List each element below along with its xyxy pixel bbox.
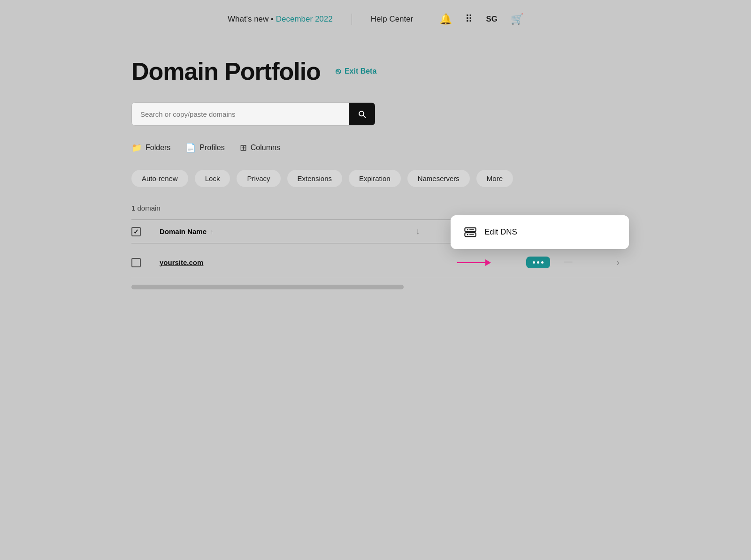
edit-dns-label: Edit DNS [484,227,517,237]
row-col2 [446,259,502,266]
folders-label: Folders [146,144,170,152]
profiles-button[interactable]: 📄 Profiles [185,143,224,153]
edit-dns-menu-item[interactable]: Edit DNS [451,215,629,249]
row-checkbox[interactable] [131,258,141,267]
nav-divider [352,14,352,25]
domain-count: 1 domain [131,204,620,212]
filter-chips: Auto-renew Lock Privacy Extensions Expir… [131,170,620,187]
filter-nameservers[interactable]: Nameservers [407,170,470,187]
columns-label: Columns [251,144,280,152]
filter-extensions[interactable]: Extensions [287,170,342,187]
filter-autorenew[interactable]: Auto-renew [131,170,188,187]
table-row: yoursite.com — › [131,248,620,277]
dot-1 [533,261,535,264]
whats-new-link[interactable]: December 2022 [276,15,333,23]
select-all-checkbox[interactable] [131,227,141,236]
arrow-to-dots [457,259,491,266]
svg-point-3 [467,234,468,235]
exit-beta-label: Exit Beta [345,67,376,76]
page-header: Domain Portfolio ⎋ Exit Beta [131,57,620,85]
search-icon [357,109,367,119]
filter-lock[interactable]: Lock [195,170,230,187]
dot-3 [541,261,544,264]
cart-icon[interactable]: 🛒 [511,13,523,25]
search-button[interactable] [349,103,375,125]
folders-button[interactable]: 📁 Folders [131,143,170,153]
dash-icon: — [564,257,573,268]
bell-icon[interactable]: 🔔 [439,13,452,25]
folder-icon: 📁 [131,143,142,153]
header-checkbox-cell [131,227,160,236]
apps-grid-icon[interactable]: ⠿ [465,13,473,25]
dns-icon [464,226,477,239]
row-checkbox-cell [131,258,160,267]
row-chevron-cell: › [596,257,620,268]
profile-icon: 📄 [185,143,196,153]
row-action-cell: — [502,257,596,268]
domain-name-link[interactable]: yoursite.com [160,258,203,266]
help-center-link[interactable]: Help Center [371,15,414,24]
header-col1: ↓ [390,227,446,236]
dot-2 [537,261,539,264]
page-title: Domain Portfolio [131,57,321,85]
domain-name-column-label: Domain Name [160,227,207,235]
exit-icon: ⎋ [336,67,341,76]
exit-beta-button[interactable]: ⎋ Exit Beta [336,67,376,76]
search-bar [131,102,376,126]
main-content: Domain Portfolio ⎋ Exit Beta 📁 Folders 📄… [94,38,657,308]
row-domain-name-cell: yoursite.com [160,258,390,267]
toolbar: 📁 Folders 📄 Profiles ⊞ Columns [131,143,620,153]
columns-icon: ⊞ [240,143,247,153]
context-menu: Edit DNS [451,215,629,249]
sort-down-icon-1[interactable]: ↓ [416,227,420,236]
user-avatar[interactable]: SG [486,15,498,24]
nav-icons-group: 🔔 ⠿ SG 🛒 [439,13,523,25]
columns-button[interactable]: ⊞ Columns [240,143,280,153]
three-dots-button[interactable] [526,257,550,268]
search-input[interactable] [132,104,349,125]
filter-privacy[interactable]: Privacy [237,170,280,187]
svg-point-2 [467,229,468,230]
top-navigation: What's new • December 2022 Help Center 🔔… [0,0,751,38]
filter-more[interactable]: More [476,170,513,187]
whats-new-text: What's new • December 2022 [228,15,333,24]
filter-expiration[interactable]: Expiration [349,170,401,187]
sort-ascending-icon[interactable]: ↑ [210,228,214,235]
chevron-right-icon[interactable]: › [616,257,620,268]
header-domain-name-cell: Domain Name ↑ [160,227,390,235]
horizontal-scrollbar[interactable] [131,285,620,289]
domain-table: Domain Name ↑ ↓ ↓ [131,219,620,289]
profiles-label: Profiles [199,144,224,152]
